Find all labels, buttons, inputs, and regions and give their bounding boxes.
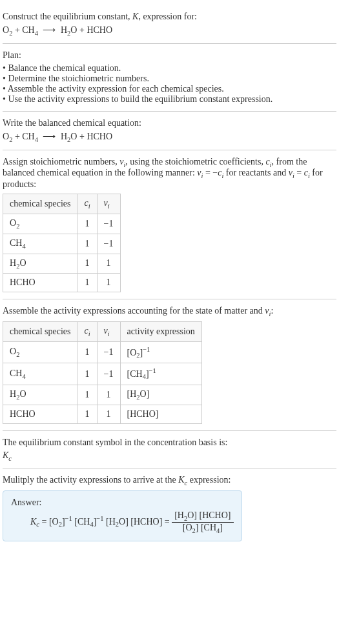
cell-nu: 1 [97, 405, 120, 423]
intro-part2: , expression for: [138, 12, 197, 21]
cell-activity: [H2O] [120, 385, 201, 405]
cell-species: H2O [3, 385, 77, 405]
balanced-equation: O2 + CH4 ⟶ H2O + HCHO [3, 131, 336, 143]
table-row: H2O 1 1 [H2O] [3, 385, 202, 405]
cell-nu: −1 [97, 234, 120, 254]
cell-activity: [O2]−1 [120, 341, 201, 363]
table-row: CH4 1 −1 [CH4]−1 [3, 363, 202, 385]
activity-table: chemical species ci νi activity expressi… [3, 321, 202, 424]
reactant-O2: O2 [3, 25, 12, 35]
product-H2O: H2O [61, 25, 77, 35]
plan-item: Balance the chemical equation. [3, 63, 336, 74]
stoich-table: chemical species ci νi O2 1 −1 CH4 1 −1 … [3, 194, 121, 292]
cell-nu: −1 [97, 363, 120, 385]
assemble-section: Assemble the activity expressions accoun… [3, 299, 336, 430]
table-row: CH4 1 −1 [3, 234, 121, 254]
arrow-icon: ⟶ [43, 131, 56, 142]
symbol-section: The equilibrium constant symbol in the c… [3, 431, 336, 469]
plan-item: Determine the stoichiometric numbers. [3, 74, 336, 84]
fraction: [H2O] [HCHO] [O2] [CH4] [172, 510, 233, 534]
fraction-denominator: [O2] [CH4] [172, 523, 233, 534]
answer-equation: Kc = [O2]−1 [CH4]−1 [H2O] [HCHO] = [H2O]… [11, 510, 234, 534]
reaction-equation: O2 + CH4 ⟶ H2O + HCHO [3, 25, 336, 37]
table-row: HCHO 1 1 [3, 274, 121, 292]
table-row: O2 1 −1 [O2]−1 [3, 341, 202, 363]
answer-label: Answer: [11, 498, 234, 508]
cell-c: 1 [77, 274, 97, 292]
intro-text: Construct the equilibrium constant, K, e… [3, 12, 336, 22]
plan-title: Plan: [3, 50, 336, 61]
assemble-text: Assemble the activity expressions accoun… [3, 306, 336, 317]
cell-species: CH4 [3, 363, 77, 385]
cell-c: 1 [77, 234, 97, 254]
balanced-section: Write the balanced chemical equation: O2… [3, 112, 336, 150]
cell-species: O2 [3, 214, 77, 234]
intro-part1: Construct the equilibrium constant, [3, 12, 132, 21]
equilibrium-K: K [132, 12, 138, 21]
cell-species: H2O [3, 254, 77, 274]
col-nu: νi [97, 194, 120, 214]
reactant-CH4: CH4 [22, 25, 38, 35]
plan-item: Use the activity expressions to build th… [3, 94, 336, 105]
cell-activity: [CH4]−1 [120, 363, 201, 385]
product-HCHO: HCHO [87, 25, 112, 35]
multiply-section: Mulitply the activity expressions to arr… [3, 468, 336, 547]
col-species: chemical species [3, 194, 77, 214]
plan-list: Balance the chemical equation. Determine… [3, 63, 336, 105]
cell-species: HCHO [3, 405, 77, 423]
col-c: ci [77, 194, 97, 214]
cell-species: CH4 [3, 234, 77, 254]
cell-c: 1 [77, 341, 97, 363]
cell-c: 1 [77, 405, 97, 423]
col-c: ci [77, 322, 97, 342]
symbol-text: The equilibrium constant symbol in the c… [3, 438, 336, 448]
cell-nu: −1 [97, 214, 120, 234]
assign-section: Assign stoichiometric numbers, νi, using… [3, 150, 336, 300]
cell-c: 1 [77, 385, 97, 405]
cell-c: 1 [77, 254, 97, 274]
cell-nu: 1 [97, 385, 120, 405]
plan-item: Assemble the activity expression for eac… [3, 84, 336, 94]
col-activity: activity expression [120, 322, 201, 342]
cell-nu: 1 [97, 254, 120, 274]
table-header-row: chemical species ci νi activity expressi… [3, 322, 202, 342]
intro-section: Construct the equilibrium constant, K, e… [3, 5, 336, 44]
plan-section: Plan: Balance the chemical equation. Det… [3, 44, 336, 112]
arrow-icon: ⟶ [43, 25, 56, 35]
cell-species: O2 [3, 341, 77, 363]
table-row: HCHO 1 1 [HCHO] [3, 405, 202, 423]
multiply-text: Mulitply the activity expressions to arr… [3, 475, 336, 487]
table-row: O2 1 −1 [3, 214, 121, 234]
answer-box: Answer: Kc = [O2]−1 [CH4]−1 [H2O] [HCHO]… [3, 490, 242, 541]
cell-nu: 1 [97, 274, 120, 292]
cell-species: HCHO [3, 274, 77, 292]
fraction-numerator: [H2O] [HCHO] [172, 510, 233, 523]
assign-text: Assign stoichiometric numbers, νi, using… [3, 157, 336, 190]
Kc-symbol: Kc [3, 450, 336, 462]
cell-c: 1 [77, 363, 97, 385]
cell-c: 1 [77, 214, 97, 234]
cell-activity: [HCHO] [120, 405, 201, 423]
col-species: chemical species [3, 322, 77, 342]
table-row: H2O 1 1 [3, 254, 121, 274]
balanced-title: Write the balanced chemical equation: [3, 118, 336, 128]
cell-nu: −1 [97, 341, 120, 363]
col-nu: νi [97, 322, 120, 342]
table-header-row: chemical species ci νi [3, 194, 121, 214]
